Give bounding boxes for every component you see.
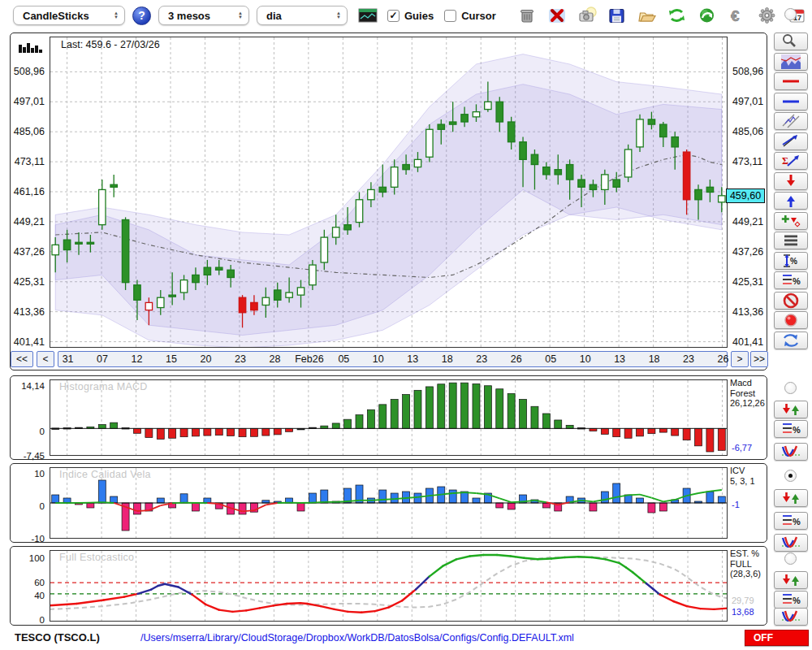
macd-curves-button[interactable]: [774, 443, 808, 461]
price-tick: 473,11: [732, 156, 765, 167]
icv-updown-button[interactable]: [774, 489, 808, 507]
axis-tick: 0: [40, 615, 45, 625]
save-floppy-button[interactable]: [605, 4, 630, 27]
stoch-k-line: [300, 603, 307, 604]
forbid-tool-button[interactable]: [774, 292, 808, 310]
refresh-button[interactable]: [665, 4, 690, 27]
stoch-k-line: [525, 558, 538, 560]
chart-application-window: CandleSticks ▲▼ ? 3 mesos ▲▼ dia ▲▼ ✓ Gu…: [0, 0, 812, 650]
stoch-k-line: [619, 563, 625, 567]
macd-panel-radio[interactable]: [784, 382, 797, 394]
price-tick: 461,16: [14, 186, 45, 197]
date-tick: 05: [338, 353, 349, 365]
axis-tick: -7,45: [24, 451, 45, 461]
pager-next-button[interactable]: >: [731, 351, 749, 367]
macd-bar: [425, 387, 433, 428]
chart-type-select[interactable]: CandleSticks ▲▼: [13, 6, 125, 25]
lines-percent-tool-button[interactable]: %: [774, 271, 808, 289]
period-select[interactable]: 3 mesos ▲▼: [158, 6, 249, 25]
stoch-k-line: [646, 583, 653, 589]
indicator-params: Macd: [730, 378, 767, 388]
stoch-curves-button[interactable]: [774, 608, 808, 626]
sigma-trend-tool-button[interactable]: Σ: [774, 152, 808, 170]
guies-checkbox[interactable]: ✓: [387, 10, 400, 22]
icv-panel-radio[interactable]: [784, 470, 797, 482]
cursor-checkbox[interactable]: [444, 10, 456, 22]
sync-ball-button[interactable]: [695, 4, 720, 27]
preview-tool-button[interactable]: [774, 53, 808, 71]
arrow-up-tool-button[interactable]: [774, 192, 808, 210]
macd-bar: [367, 410, 374, 428]
arrow-down-tool-button[interactable]: [774, 172, 808, 190]
main-chart-radio[interactable]: [784, 8, 797, 20]
date-tick: 31: [63, 353, 74, 365]
refresh-pair-tool-button[interactable]: [774, 332, 808, 349]
indicator-params: Forest: [730, 388, 767, 399]
delete-x-button[interactable]: [545, 4, 570, 27]
icv-curves-button[interactable]: [774, 534, 808, 552]
settings-gear-button[interactable]: [755, 4, 780, 27]
stoch-k-line: [565, 557, 579, 557]
red-line-tool-button[interactable]: [774, 72, 808, 90]
stoch-updown-button[interactable]: [774, 571, 808, 589]
euro-button[interactable]: €: [725, 4, 750, 27]
macd-updown-button[interactable]: [774, 401, 808, 418]
price-tick: 497,01: [14, 96, 45, 107]
date-strip[interactable]: 31071215202328Feb26051013182326051013182…: [58, 351, 728, 367]
icv-lines-percent-button[interactable]: %: [774, 512, 808, 530]
macd-bar: [180, 428, 188, 436]
axis-tick: 40: [34, 591, 45, 600]
svg-text:%: %: [793, 517, 801, 526]
pager-prev-button[interactable]: <: [37, 351, 54, 367]
config-path-link[interactable]: /Users/mserra/Library/CloudStorage/Dropb…: [0, 632, 715, 644]
current-price-badge: 459,60: [726, 188, 765, 203]
icv-signal: [406, 497, 417, 498]
stoch-k-line: [335, 609, 348, 612]
help-button[interactable]: ?: [132, 6, 151, 25]
camera-button[interactable]: [575, 4, 600, 27]
zoom-tool-button[interactable]: [774, 32, 808, 50]
icv-signal: [640, 495, 651, 498]
stochastic-panel: 10060400 Full Estocastico EST. %FULL(28,…: [10, 546, 767, 626]
date-pager: <<<>>>31071215202328Feb26051013182326051…: [11, 351, 768, 368]
channel-tool-button[interactable]: [774, 112, 808, 130]
record-tool-button[interactable]: [774, 311, 808, 329]
stoch-k-line: [205, 604, 219, 610]
blue-line-tool-button[interactable]: [774, 93, 808, 110]
trash-button[interactable]: [515, 4, 540, 27]
pager-first-button[interactable]: <<: [11, 351, 33, 367]
stoch-lines-percent-button[interactable]: %: [774, 591, 808, 609]
chart-type-value: CandleSticks: [23, 10, 106, 22]
macd-bar: [344, 419, 352, 428]
icv-bar: [133, 503, 140, 514]
trend-up-tool-button[interactable]: [774, 132, 808, 150]
date-tick: Feb26: [295, 353, 323, 365]
indicator-params: EST. %: [730, 548, 767, 559]
stoch-k-line: [714, 609, 728, 609]
date-tick: 23: [476, 353, 487, 365]
date-tick: 23: [235, 353, 246, 365]
off-toggle-button[interactable]: OFF: [745, 630, 809, 646]
open-folder-button[interactable]: [635, 4, 660, 27]
macd-lines-percent-button[interactable]: %: [774, 420, 808, 438]
stoch-k-line: [361, 611, 375, 613]
macd-bar: [145, 428, 153, 437]
icv-signal: [395, 498, 406, 499]
macd-bar: [192, 428, 199, 436]
pager-last-button[interactable]: >>: [750, 351, 768, 367]
icv-bar: [449, 490, 456, 503]
icv-signal: [243, 510, 254, 511]
price-tick: 425,31: [14, 276, 45, 288]
stoch-panel-radio[interactable]: [784, 552, 797, 565]
stoch-k-line: [348, 612, 361, 613]
axis-tick: -10: [31, 534, 45, 544]
levels-tool-button[interactable]: [774, 232, 808, 249]
signals-tool-button[interactable]: [774, 212, 808, 230]
stoch-k-line: [104, 597, 124, 600]
date-tick: 26: [511, 353, 522, 365]
macd-bar: [566, 425, 573, 428]
interval-select[interactable]: dia ▲▼: [257, 6, 348, 25]
chart-window-button[interactable]: [355, 4, 380, 27]
date-tick: 15: [166, 353, 177, 365]
range-percent-tool-button[interactable]: %: [774, 252, 808, 270]
